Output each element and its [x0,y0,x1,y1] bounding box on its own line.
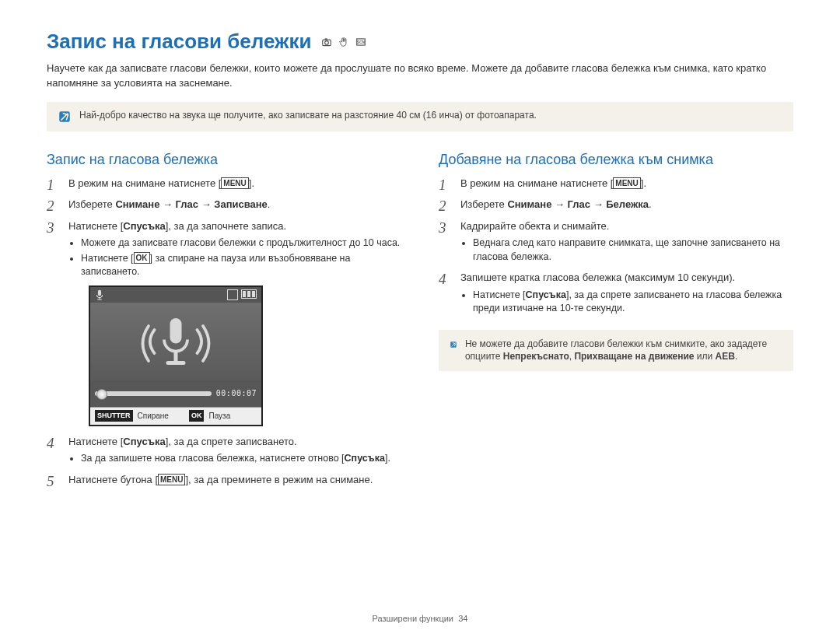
menu-button-icon: MENU [158,474,185,485]
ok-button-icon: OK [134,252,150,264]
battery-icon [241,289,257,299]
right-step-1: В режим на снимане натиснете [MENU]. [439,176,793,191]
mic-icon [133,310,219,373]
left-step-3-bullet-1: Можете да записвате гласови бележки с пр… [81,236,401,250]
page-footer: Разширени функции 34 [0,614,840,623]
right-note-text: Не можете да добавите гласови бележки къ… [465,338,782,364]
left-step-1: В режим на снимане натиснете [MENU]. [47,176,401,191]
right-heading: Добавяне на гласова бележка към снимка [439,152,793,168]
right-note: Не можете да добавите гласови бележки къ… [439,330,793,372]
page-title: Запис на гласови бележки [47,30,311,54]
left-column: Запис на гласова бележка В режим на сним… [47,152,401,494]
lcd-preview: 00:00:07 SHUTTER Спиране OK Пауза [89,285,263,426]
right-step-2: Изберете Снимане → Глас → Бележка. [439,197,793,212]
storage-icon [227,289,238,300]
mode-icons [320,37,367,47]
camera-icon [320,37,333,47]
note-icon [58,110,72,124]
hand-icon [338,37,350,47]
stop-label: Спиране [138,410,169,422]
left-step-5: Натиснете бутона [MENU], за да преминете… [47,472,401,488]
right-column: Добавяне на гласова бележка към снимка В… [439,152,793,494]
pause-label: Пауза [208,410,230,422]
right-step-3-bullet: Веднага след като направите снимката, ще… [473,236,793,264]
left-step-2: Изберете Снимане → Глас → Записване. [47,197,401,212]
left-step-4-bullet: За да запишете нова гласова бележка, нат… [81,452,401,466]
top-note: Най-добро качество на звука ще получите,… [47,102,793,131]
left-heading: Запис на гласова бележка [47,152,401,168]
right-step-3: Кадрирайте обекта и снимайте. Веднага сл… [439,219,793,264]
shutter-tag: SHUTTER [95,410,133,422]
intro-text: Научете как да записвате гласови бележки… [47,61,793,91]
scene-icon [355,37,367,47]
left-step-3-bullet-2: Натиснете [OK] за спиране на пауза или в… [81,252,401,279]
left-step-4: Натиснете [Спусъка], за да спрете записв… [47,434,401,466]
right-step-4: Запишете кратка гласова бележка (максиму… [439,270,793,316]
ok-tag: OK [189,410,205,422]
menu-button-icon: MENU [613,177,640,189]
menu-button-icon: MENU [221,177,248,189]
left-step-3: Натиснете [Спусъка], за да започнете зап… [47,219,401,426]
top-note-text: Най-добро качество на звука ще получите,… [79,110,537,121]
right-step-4-bullet: Натиснете [Спусъка], за да спрете записв… [473,289,793,316]
note-icon [450,338,457,352]
progress-bar [95,391,212,396]
mic-small-icon [95,289,104,300]
timecode: 00:00:07 [216,387,257,399]
